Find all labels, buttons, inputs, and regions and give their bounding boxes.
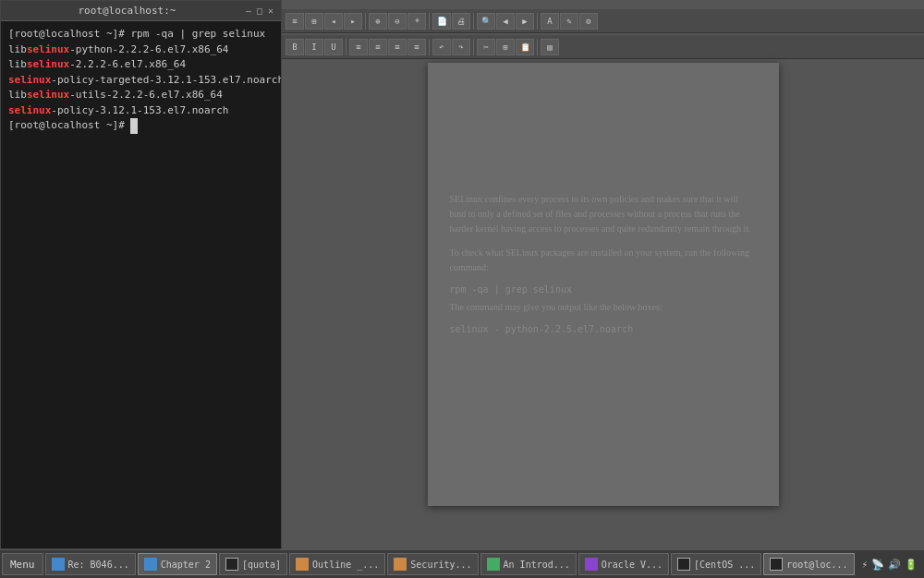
- taskbar-icon-centos: [677, 558, 690, 571]
- toolbar2-sep-4: [537, 39, 538, 55]
- toolbar-btn-2[interactable]: ⊞: [305, 13, 323, 30]
- cursor: [130, 118, 138, 134]
- maximize-icon[interactable]: □: [257, 6, 262, 16]
- toolbar-btn-6[interactable]: ⊖: [388, 13, 407, 30]
- taskbar-item-security[interactable]: Security...: [387, 553, 478, 575]
- term-line-3: libselinux-2.2.2-6.el7.x86_64: [8, 57, 274, 73]
- doc-toolbar-1: ≡ ⊞ ◂ ▸ ⊕ ⊖ ⌖ 📄 🖨 🔍 ◀ ▶ A ✎ ⚙: [282, 9, 924, 33]
- taskbar-icon-chapter2: [144, 558, 157, 571]
- taskbar-label-centos: [CentOS ...: [694, 560, 755, 570]
- toolbar-sep-1: [365, 13, 366, 30]
- taskbar-item-intro[interactable]: An Introd...: [480, 553, 577, 575]
- term-line-6: selinux-policy-3.12.1-153.el7.noarch: [8, 103, 274, 119]
- toolbar-btn-1[interactable]: ≡: [286, 13, 304, 30]
- toolbar2-btn-11[interactable]: ⊞: [496, 39, 515, 55]
- taskbar-item-oracle[interactable]: Oracle V...: [578, 553, 669, 575]
- doc-code-2: selinux - python-2.2.5.el7.noarch: [450, 324, 757, 334]
- toolbar-btn-9[interactable]: 🖨: [452, 13, 470, 30]
- toolbar-btn-15[interactable]: ⚙: [579, 13, 598, 30]
- toolbar-sep-2: [429, 13, 430, 30]
- terminal-window: root@localhost:~ – □ ✕ [root@localhost ~…: [0, 0, 282, 549]
- taskbar-label-intro: An Introd...: [504, 560, 570, 570]
- toolbar2-sep-2: [429, 39, 430, 55]
- toolbar-sep-4: [537, 13, 538, 30]
- terminal-controls: – □ ✕: [246, 6, 274, 16]
- taskbar-icon-intro: [487, 558, 500, 571]
- taskbar-icon-oracle: [585, 558, 598, 571]
- toolbar2-btn-10[interactable]: ✂: [477, 39, 495, 55]
- toolbar2-btn-8[interactable]: ↶: [432, 39, 451, 55]
- toolbar-btn-13[interactable]: A: [541, 13, 559, 30]
- toolbar2-btn-4[interactable]: ≡: [349, 39, 368, 55]
- toolbar-btn-14[interactable]: ✎: [560, 13, 578, 30]
- document-area: ≡ ⊞ ◂ ▸ ⊕ ⊖ ⌖ 📄 🖨 🔍 ◀ ▶ A ✎ ⚙ B I U ≡ ≡ …: [282, 0, 924, 549]
- battery-icon: 🔋: [905, 559, 918, 571]
- start-button[interactable]: Menu: [2, 553, 43, 575]
- toolbar2-sep-3: [473, 39, 474, 55]
- taskbar-label-oracle: Oracle V...: [602, 560, 663, 570]
- toolbar-sep-3: [473, 13, 474, 30]
- taskbar-item-chapter2[interactable]: Chapter 2: [138, 553, 217, 575]
- doc-paragraph-3: The command may give you output like the…: [450, 300, 757, 315]
- doc-toolbar-2: B I U ≡ ≡ ≡ ≡ ↶ ↷ ✂ ⊞ 📋 ▤: [282, 35, 924, 59]
- toolbar-btn-5[interactable]: ⊕: [369, 13, 387, 30]
- toolbar2-btn-12[interactable]: 📋: [516, 39, 534, 55]
- doc-spacer-top: [450, 81, 757, 192]
- terminal-title: root@localhost:~: [8, 5, 246, 17]
- term-line-1: [root@localhost ~]# rpm -qa | grep selin…: [8, 27, 274, 42]
- network-icon: 📡: [871, 559, 884, 571]
- taskbar-label-quota: [quota]: [242, 560, 281, 570]
- terminal-titlebar: root@localhost:~ – □ ✕: [1, 1, 281, 21]
- taskbar-icon-outline: [296, 558, 309, 571]
- toolbar2-btn-6[interactable]: ≡: [388, 39, 407, 55]
- toolbar-btn-4[interactable]: ▸: [344, 13, 362, 30]
- taskbar-label-1: Re: B046...: [68, 560, 129, 570]
- term-line-4: selinux-policy-targeted-3.12.1-153.el7.n…: [8, 73, 274, 89]
- taskbar-item-outline[interactable]: Outline _...: [289, 553, 385, 575]
- taskbar-item-centos[interactable]: [CentOS ...: [671, 553, 761, 575]
- toolbar-btn-7[interactable]: ⌖: [407, 13, 426, 30]
- toolbar2-btn-2[interactable]: I: [305, 39, 323, 55]
- toolbar-btn-11[interactable]: ◀: [496, 13, 515, 30]
- toolbar-btn-12[interactable]: ▶: [516, 13, 534, 30]
- taskbar-item-1[interactable]: Re: B046...: [45, 553, 136, 575]
- toolbar-btn-8[interactable]: 📄: [432, 13, 451, 30]
- doc-page: SELinux confines every process to its ow…: [428, 63, 779, 506]
- term-line-2: libselinux-python-2.2.2-6.el7.x86_64: [8, 42, 274, 58]
- toolbar2-btn-3[interactable]: U: [324, 39, 343, 55]
- terminal-body: [root@localhost ~]# rpm -qa | grep selin…: [1, 21, 281, 548]
- taskbar-item-root[interactable]: root@loc...: [763, 553, 854, 575]
- toolbar2-btn-7[interactable]: ≡: [407, 39, 426, 55]
- toolbar-btn-10[interactable]: 🔍: [477, 13, 495, 30]
- taskbar-icon-quota: [225, 558, 238, 571]
- taskbar-item-quota[interactable]: [quota]: [219, 553, 287, 575]
- toolbar2-btn-5[interactable]: ≡: [369, 39, 387, 55]
- taskbar-label-root: root@loc...: [786, 560, 847, 570]
- term-line-7: [root@localhost ~]#: [8, 118, 274, 134]
- taskbar-label-chapter2: Chapter 2: [161, 560, 211, 570]
- taskbar-label-outline: Outline _...: [312, 560, 379, 570]
- taskbar-icon-1: [52, 558, 65, 571]
- doc-paragraph-2: To check what SELinux packages are insta…: [450, 246, 757, 275]
- volume-icon: 🔊: [888, 559, 901, 571]
- toolbar2-btn-1[interactable]: B: [286, 39, 304, 55]
- toolbar2-btn-9[interactable]: ↷: [452, 39, 470, 55]
- term-line-5: libselinux-utils-2.2.2-6.el7.x86_64: [8, 88, 274, 103]
- doc-code-1: rpm -qa | grep selinux: [450, 284, 757, 295]
- taskbar-icon-root: [770, 558, 783, 571]
- close-icon[interactable]: ✕: [268, 6, 274, 16]
- taskbar: Menu Re: B046... Chapter 2 [quota] Outli…: [0, 549, 924, 578]
- minimize-icon[interactable]: –: [246, 6, 251, 16]
- toolbar-btn-3[interactable]: ◂: [324, 13, 343, 30]
- doc-paragraph-1: SELinux confines every process to its ow…: [450, 192, 757, 236]
- taskbar-icon-security: [394, 558, 407, 571]
- toolbar2-btn-13[interactable]: ▤: [541, 39, 559, 55]
- systray: ⚡ 📡 🔊 🔋 100% ⏻ 02:01: [858, 559, 924, 571]
- toolbar2-sep-1: [346, 39, 346, 55]
- bluetooth-icon: ⚡: [862, 559, 869, 571]
- taskbar-label-security: Security...: [410, 560, 471, 570]
